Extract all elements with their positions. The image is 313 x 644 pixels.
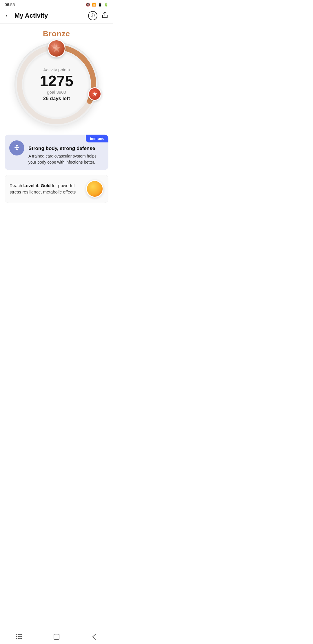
app-bar: ← My Activity ⓘ (0, 8, 113, 23)
bronze-medal-icon (48, 39, 65, 57)
main-content: Bronze ★ (0, 23, 113, 225)
next-level-card[interactable]: Reach Level 4: Gold for powerful stress … (5, 175, 108, 203)
star-marker-icon: ★ (88, 87, 101, 101)
info-card-text: Strong body, strong defense A trained ca… (28, 139, 104, 165)
wifi-icon: 📶 (92, 3, 96, 7)
status-bar: 06:55 🔇 📶 📱 🔋 (0, 0, 113, 8)
info-card-description: A trained cardiovascular system helps yo… (28, 153, 104, 165)
back-button[interactable]: ← (5, 12, 11, 19)
activity-goal: goal 3900 (47, 90, 66, 95)
info-card-icon (9, 140, 24, 155)
app-bar-actions: ⓘ (88, 11, 108, 20)
info-button[interactable]: ⓘ (88, 11, 97, 20)
signal-icon: 📱 (98, 3, 102, 7)
activity-label: Activity points (43, 67, 70, 72)
next-level-label: Level 4: Gold (23, 183, 51, 188)
share-button[interactable] (101, 12, 108, 20)
info-card-body: Strong body, strong defense A trained ca… (9, 139, 104, 165)
activity-stats: Activity points 1275 goal 3900 26 days l… (23, 51, 90, 118)
gold-medal-icon (86, 180, 103, 198)
status-icons: 🔇 📶 📱 🔋 (86, 3, 108, 7)
activity-days-left: 26 days left (43, 96, 70, 102)
info-card[interactable]: immune Strong body, strong defense A tra… (5, 135, 108, 170)
next-level-continued: stress resilience, metabolic effects (10, 189, 76, 194)
status-time: 06:55 (5, 2, 15, 7)
info-card-title: Strong body, strong defense (28, 146, 104, 151)
page-title: My Activity (14, 12, 88, 19)
next-level-prefix: Reach (10, 183, 23, 188)
tier-label: Bronze (5, 29, 108, 38)
battery-icon: 🔋 (104, 3, 108, 7)
activity-circle: ★ Activity points 1275 goal 3900 26 days… (5, 42, 108, 126)
next-level-text: Reach Level 4: Gold for powerful stress … (10, 182, 82, 196)
next-level-suffix: for powerful (51, 183, 75, 188)
info-icon: ⓘ (91, 13, 95, 18)
activity-points: 1275 (40, 73, 73, 88)
mute-icon: 🔇 (86, 3, 90, 7)
info-card-badge: immune (86, 135, 108, 142)
circle-background: ★ Activity points 1275 goal 3900 26 days… (14, 42, 99, 126)
